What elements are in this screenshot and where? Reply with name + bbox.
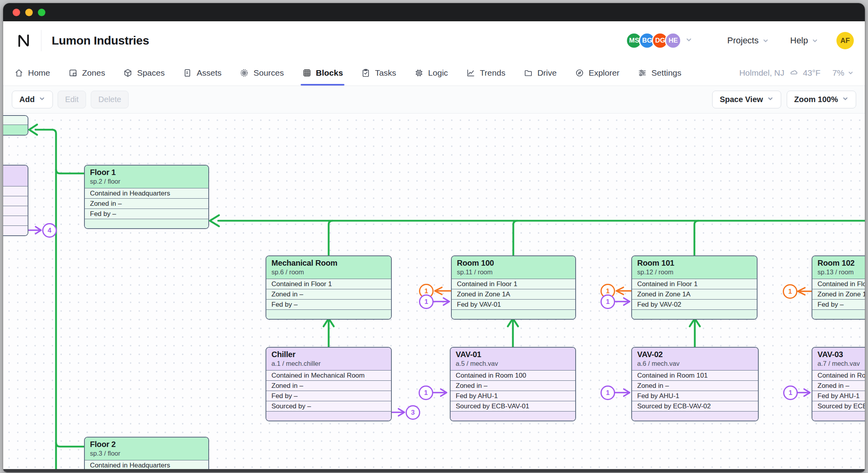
card-subtitle: a.6 / mech.vav [637, 360, 753, 367]
node-vav-01[interactable]: VAV-01a.5 / mech.vavContained in Room 10… [450, 347, 576, 421]
nav-tab-tasks[interactable]: Tasks [361, 60, 396, 86]
node-edge-card-space[interactable] [3, 115, 28, 136]
card-title: Room 102 [817, 259, 865, 268]
card-title: VAV-02 [637, 350, 753, 359]
node-floor-1[interactable]: Floor 1sp.2 / floorContained in Headquar… [84, 165, 209, 229]
node-vav-02[interactable]: VAV-02a.6 / mech.vavContained in Room 10… [631, 347, 759, 421]
card-row: Zoned in – [85, 198, 208, 209]
nav-tab-label: Spaces [137, 68, 165, 78]
zones-icon [68, 68, 78, 78]
nav-tab-label: Settings [651, 68, 681, 78]
toolbar: Add Edit Delete Space View Zoom 100% [3, 86, 865, 114]
nav-tab-home[interactable]: Home [14, 60, 50, 86]
diagram-canvas[interactable]: Floor 1sp.2 / floorContained in Headquar… [3, 114, 865, 469]
card-row [3, 206, 28, 216]
status-percent[interactable]: 7% [832, 68, 854, 78]
card-title: VAV-03 [817, 350, 865, 359]
card-title: Floor 1 [90, 168, 203, 177]
node-chiller[interactable]: Chillera.1 / mech.chillerContained in Me… [266, 347, 392, 421]
zoom-button[interactable] [38, 9, 45, 16]
edge-count-badge[interactable]: 1 [783, 385, 798, 400]
nav-tab-trends[interactable]: Trends [466, 60, 505, 86]
card-subtitle: a.5 / mech.vav [456, 360, 570, 367]
edge-count-badge[interactable]: 1 [600, 385, 615, 400]
nav-tab-zones[interactable]: Zones [68, 60, 105, 86]
card-row: Zoned in Zone 1A [812, 289, 865, 299]
card-row [3, 186, 28, 196]
card-title: Chiller [271, 350, 386, 359]
add-button[interactable]: Add [12, 91, 53, 108]
edge-count-badge[interactable]: 1 [783, 284, 797, 299]
card-row: Contained in Room 101 [632, 370, 758, 380]
nav-tab-blocks[interactable]: Blocks [302, 60, 343, 86]
projects-menu[interactable]: Projects [727, 35, 769, 46]
card-row-empty [85, 219, 208, 228]
settings-icon [638, 68, 647, 78]
node-vav-03[interactable]: VAV-03a.7 / mech.vavContained in Room 10… [812, 347, 865, 421]
zoom-dropdown[interactable]: Zoom 100% [787, 91, 856, 108]
card-row: Zoned in – [451, 380, 575, 391]
node-edge-card-asset[interactable] [3, 165, 28, 236]
card-row: Contained in Headquarters [85, 188, 208, 198]
card-header: Floor 1sp.2 / floor [85, 166, 208, 188]
nav-tab-explorer[interactable]: Explorer [575, 60, 619, 86]
nav-tab-label: Trends [480, 68, 505, 78]
nav-tab-logic[interactable]: Logic [414, 60, 448, 86]
nav-tab-label: Logic [428, 68, 448, 78]
space-view-dropdown[interactable]: Space View [712, 91, 781, 108]
node-room-101[interactable]: Room 101sp.12 / roomContained in Floor 1… [631, 255, 758, 320]
app-header: Lumon Industries MSBGDGHE Projects Help … [3, 21, 865, 60]
nav-tab-settings[interactable]: Settings [638, 60, 681, 86]
edit-button[interactable]: Edit [58, 91, 86, 108]
card-row: Contained in Mechanical Room [266, 370, 391, 380]
card-title: Room 100 [457, 259, 570, 268]
close-button[interactable] [13, 9, 20, 16]
nav-tab-label: Blocks [316, 68, 343, 78]
nav-tab-label: Drive [537, 68, 557, 78]
card-row: Zoned in – [632, 380, 758, 391]
delete-button[interactable]: Delete [91, 91, 129, 108]
nav-tab-label: Home [28, 68, 50, 78]
card-subtitle: sp.11 / room [457, 268, 570, 276]
user-avatar[interactable]: AF [836, 32, 854, 49]
card-subtitle: a.7 / mech.vav [817, 360, 865, 367]
nav-tab-drive[interactable]: Drive [524, 60, 557, 86]
card-header: Chillera.1 / mech.chiller [266, 348, 391, 370]
assets-icon [183, 68, 192, 78]
collaborators-chevron-icon[interactable] [685, 36, 692, 45]
nav-tab-label: Zones [82, 68, 105, 78]
help-menu[interactable]: Help [790, 35, 818, 46]
card-header [3, 166, 28, 186]
node-mechanical-room[interactable]: Mechanical Roomsp.6 / roomContained in F… [266, 255, 392, 320]
collaborator-avatar[interactable]: HE [665, 32, 681, 49]
app-logo [15, 32, 32, 49]
nav-tab-sources[interactable]: Sources [239, 60, 284, 86]
card-row-empty [451, 411, 575, 421]
card-row [3, 196, 28, 206]
titlebar [3, 3, 865, 21]
node-room-102[interactable]: Room 102sp.13 / roomContained in Floor 1… [812, 255, 865, 320]
nav-tab-spaces[interactable]: Spaces [123, 60, 165, 86]
tasks-icon [361, 68, 370, 78]
edge-count-badge[interactable]: 1 [600, 294, 615, 309]
edge-count-badge[interactable]: 4 [42, 223, 57, 238]
edge-count-badge[interactable]: 3 [406, 405, 420, 420]
card-row: Contained in Headquarters [85, 460, 208, 469]
edge-count-badge[interactable]: 1 [419, 294, 434, 309]
nav-bar: HomeZonesSpacesAssetsSourcesBlocksTasksL… [3, 60, 865, 86]
minimize-button[interactable] [25, 9, 33, 16]
node-floor-2[interactable]: Floor 2sp.3 / floorContained in Headquar… [84, 437, 209, 469]
card-row: Fed by VAV-01 [452, 299, 575, 309]
card-row [3, 225, 28, 235]
card-subtitle: sp.2 / floor [90, 178, 203, 185]
nav-tab-assets[interactable]: Assets [183, 60, 221, 86]
card-row-empty [632, 411, 758, 421]
card-header: Room 100sp.11 / room [452, 256, 575, 279]
collaborator-avatars: MSBGDGHE [626, 32, 681, 49]
home-icon [14, 68, 24, 78]
app-window: Lumon Industries MSBGDGHE Projects Help … [3, 3, 865, 472]
node-room-100[interactable]: Room 100sp.11 / roomContained in Floor 1… [451, 255, 576, 320]
card-row-empty [632, 309, 757, 319]
edge-count-badge[interactable]: 1 [419, 385, 433, 400]
sources-icon [239, 68, 249, 78]
